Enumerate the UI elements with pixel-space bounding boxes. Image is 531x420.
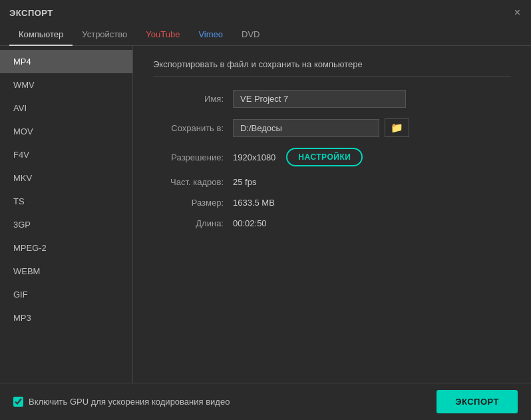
export-window: ЭКСПОРТ × Компьютер Устройство YouTube V… — [0, 0, 531, 420]
sidebar-item-mp3[interactable]: MP3 — [0, 306, 132, 329]
settings-button[interactable]: НАСТРОЙКИ — [286, 148, 363, 166]
size-label: Размер: — [153, 198, 233, 208]
sidebar-item-f4v[interactable]: F4V — [0, 143, 132, 166]
sidebar-item-mkv[interactable]: MKV — [0, 166, 132, 190]
resolution-label: Разрешение: — [153, 152, 233, 162]
duration-value: 00:02:50 — [233, 218, 267, 228]
sidebar-item-mov[interactable]: MOV — [0, 120, 132, 143]
format-sidebar: MP4 WMV AVI MOV F4V MKV TS 3GP MPEG-2 WE… — [0, 46, 133, 383]
sidebar-item-ts[interactable]: TS — [0, 190, 132, 213]
browse-folder-button[interactable]: 📁 — [385, 118, 409, 137]
tab-vimeo[interactable]: Vimeo — [189, 24, 232, 46]
save-in-controls: 📁 — [233, 118, 409, 137]
resolution-controls: 1920x1080 НАСТРОЙКИ — [233, 148, 363, 166]
window-title: ЭКСПОРТ — [9, 8, 53, 18]
title-bar: ЭКСПОРТ × — [0, 0, 531, 24]
content-area: MP4 WMV AVI MOV F4V MKV TS 3GP MPEG-2 WE… — [0, 46, 531, 383]
resolution-row: Разрешение: 1920x1080 НАСТРОЙКИ — [153, 148, 511, 166]
export-button[interactable]: ЭКСПОРТ — [437, 390, 518, 413]
sidebar-item-mp4[interactable]: MP4 — [0, 50, 132, 73]
gpu-checkbox[interactable] — [13, 397, 23, 407]
tabs-bar: Компьютер Устройство YouTube Vimeo DVD — [0, 24, 531, 46]
sidebar-item-wmv[interactable]: WMV — [0, 73, 132, 97]
sidebar-item-gif[interactable]: GIF — [0, 283, 132, 306]
sidebar-item-avi[interactable]: AVI — [0, 97, 132, 120]
tab-device[interactable]: Устройство — [73, 24, 136, 46]
tab-youtube[interactable]: YouTube — [136, 24, 189, 46]
name-label: Имя: — [153, 94, 233, 104]
size-row: Размер: 1633.5 MB — [153, 198, 511, 208]
gpu-check-label[interactable]: Включить GPU для ускорения кодирования в… — [29, 397, 230, 407]
duration-row: Длина: 00:02:50 — [153, 218, 511, 228]
main-content: Экспортировать в файл и сохранить на ком… — [133, 46, 531, 383]
resolution-value: 1920x1080 — [233, 152, 275, 162]
framerate-row: Част. кадров: 25 fps — [153, 177, 511, 187]
tab-dvd[interactable]: DVD — [232, 24, 269, 46]
save-in-input[interactable] — [233, 119, 379, 137]
size-value: 1633.5 MB — [233, 198, 275, 208]
close-button[interactable]: × — [513, 7, 522, 18]
duration-label: Длина: — [153, 218, 233, 228]
save-in-label: Сохранить в: — [153, 123, 233, 133]
save-in-row: Сохранить в: 📁 — [153, 118, 511, 137]
footer: Включить GPU для ускорения кодирования в… — [0, 383, 531, 420]
sidebar-item-3gp[interactable]: 3GP — [0, 213, 132, 236]
sidebar-item-mpeg2[interactable]: MPEG-2 — [0, 236, 132, 260]
framerate-label: Част. кадров: — [153, 177, 233, 187]
export-description: Экспортировать в файл и сохранить на ком… — [153, 59, 511, 77]
name-input[interactable] — [233, 90, 406, 108]
framerate-value: 25 fps — [233, 177, 256, 187]
tab-computer[interactable]: Компьютер — [9, 24, 73, 46]
sidebar-item-webm[interactable]: WEBM — [0, 260, 132, 283]
gpu-check-area: Включить GPU для ускорения кодирования в… — [13, 397, 230, 407]
name-row: Имя: — [153, 90, 511, 108]
